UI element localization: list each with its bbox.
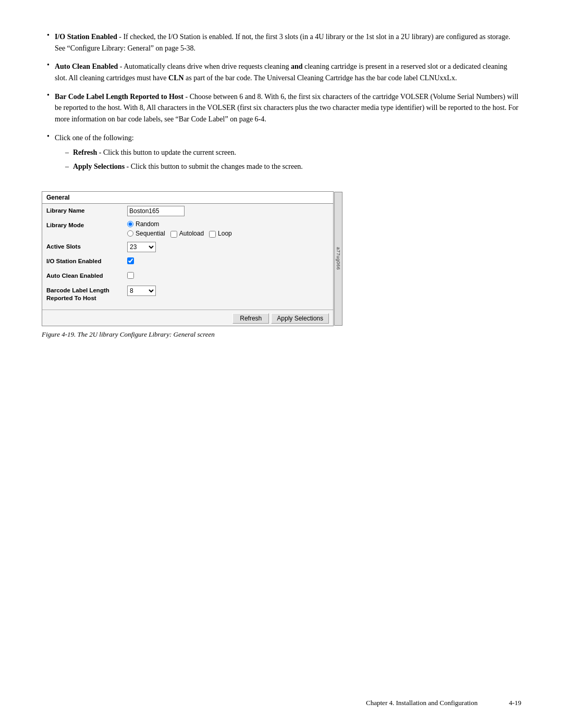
page-number: 4-19 bbox=[509, 699, 521, 707]
form-row-auto-clean: Auto Clean Enabled bbox=[46, 271, 329, 282]
page-footer: Chapter 4. Installation and Configuratio… bbox=[366, 699, 521, 707]
figure-wrapper: General Library Name Library Mode bbox=[42, 191, 334, 326]
label-library-name: Library Name bbox=[46, 206, 127, 215]
label-loop: Loop bbox=[218, 230, 232, 237]
click-following-text: Click one of the following: bbox=[55, 134, 134, 142]
refresh-button[interactable]: Refresh bbox=[232, 313, 269, 324]
form-row-active-slots: Active Slots 23 bbox=[46, 242, 329, 253]
form-row-library-name: Library Name bbox=[46, 206, 329, 217]
label-autoload: Autoload bbox=[179, 230, 204, 237]
checkbox-auto-clean[interactable] bbox=[127, 272, 134, 279]
panel-title: General bbox=[46, 194, 70, 201]
page-content: I/O Station Enabled - If checked, the I/… bbox=[0, 0, 563, 376]
figure-caption: Figure 4-19. The 2U library Configure Li… bbox=[42, 330, 215, 339]
auto-clean-text1: - Automatically cleans drive when drive … bbox=[118, 63, 291, 70]
control-library-mode: Random Sequential Autoload Loop bbox=[127, 220, 329, 239]
barcode-label: Bar Code Label Length Reported to Host bbox=[55, 93, 183, 101]
label-barcode-length: Barcode Label Length Reported To Host bbox=[46, 286, 127, 302]
panel-body: Library Name Library Mode Random bbox=[42, 204, 333, 310]
label-active-slots: Active Slots bbox=[46, 242, 127, 251]
bullet-auto-clean: Auto Clean Enabled - Automatically clean… bbox=[42, 61, 521, 83]
label-io-station: I/O Station Enabled bbox=[46, 256, 127, 265]
control-active-slots: 23 bbox=[127, 242, 329, 252]
select-active-slots[interactable]: 23 bbox=[127, 242, 156, 252]
label-sequential: Sequential bbox=[136, 230, 165, 237]
form-row-io-station: I/O Station Enabled bbox=[46, 256, 329, 268]
control-io-station bbox=[127, 256, 329, 264]
radio-sequential[interactable] bbox=[127, 230, 133, 237]
bullet-click-following: Click one of the following: Refresh - Cl… bbox=[42, 132, 521, 176]
chapter-text: Chapter 4. Installation and Configuratio… bbox=[366, 699, 478, 707]
bullet-barcode: Bar Code Label Length Reported to Host -… bbox=[42, 91, 521, 125]
apply-sub-text: Apply Selections - Click this button to … bbox=[73, 161, 303, 172]
auto-clean-label: Auto Clean Enabled bbox=[55, 63, 118, 70]
select-barcode-length[interactable]: 8 bbox=[127, 286, 156, 296]
refresh-sub-text: Refresh - Click this button to update th… bbox=[73, 147, 236, 158]
label-auto-clean: Auto Clean Enabled bbox=[46, 271, 127, 280]
panel-header: General bbox=[42, 192, 333, 204]
control-auto-clean bbox=[127, 271, 329, 279]
auto-clean-and: and bbox=[291, 63, 303, 70]
control-library-name bbox=[127, 206, 329, 216]
checkbox-autoload[interactable] bbox=[170, 231, 177, 238]
figure-panel: General Library Name Library Mode bbox=[42, 191, 334, 326]
input-library-name[interactable] bbox=[127, 206, 185, 216]
bullet-auto-clean-text: Auto Clean Enabled - Automatically clean… bbox=[55, 61, 521, 83]
bullet-click-text: Click one of the following: Refresh - Cl… bbox=[55, 132, 303, 176]
radio-sequential-row: Sequential Autoload Loop bbox=[127, 230, 329, 238]
form-row-barcode-length: Barcode Label Length Reported To Host 8 bbox=[46, 286, 329, 302]
radio-random-row: Random bbox=[127, 220, 329, 228]
form-row-library-mode: Library Mode Random Sequential Autoload bbox=[46, 220, 329, 239]
auto-clean-text3: as part of the bar code. The Universal C… bbox=[184, 74, 457, 82]
control-barcode-length: 8 bbox=[127, 286, 329, 296]
checkbox-io-station[interactable] bbox=[127, 257, 134, 264]
sub-item-refresh: Refresh - Click this button to update th… bbox=[65, 147, 303, 158]
apply-selections-button[interactable]: Apply Selections bbox=[271, 313, 329, 324]
label-library-mode: Library Mode bbox=[46, 220, 127, 229]
checkbox-loop[interactable] bbox=[209, 231, 216, 238]
figure-container: General Library Name Library Mode bbox=[42, 191, 521, 339]
io-station-text: - If checked, the I/O Station is enabled… bbox=[55, 33, 510, 52]
radio-random[interactable] bbox=[127, 221, 133, 227]
side-label: a77ug066 bbox=[334, 192, 342, 326]
bullet-barcode-text: Bar Code Label Length Reported to Host -… bbox=[55, 91, 521, 125]
label-random: Random bbox=[136, 220, 159, 228]
sub-list: Refresh - Click this button to update th… bbox=[55, 147, 303, 172]
io-station-label: I/O Station Enabled bbox=[55, 33, 117, 41]
bullet-io-station: I/O Station Enabled - If checked, the I/… bbox=[42, 31, 521, 54]
button-row: Refresh Apply Selections bbox=[42, 310, 333, 326]
bullet-io-station-text: I/O Station Enabled - If checked, the I/… bbox=[55, 31, 521, 54]
sub-item-apply: Apply Selections - Click this button to … bbox=[65, 161, 303, 172]
main-bullet-list: I/O Station Enabled - If checked, the I/… bbox=[42, 31, 521, 176]
auto-clean-cln: CLN bbox=[168, 74, 184, 82]
